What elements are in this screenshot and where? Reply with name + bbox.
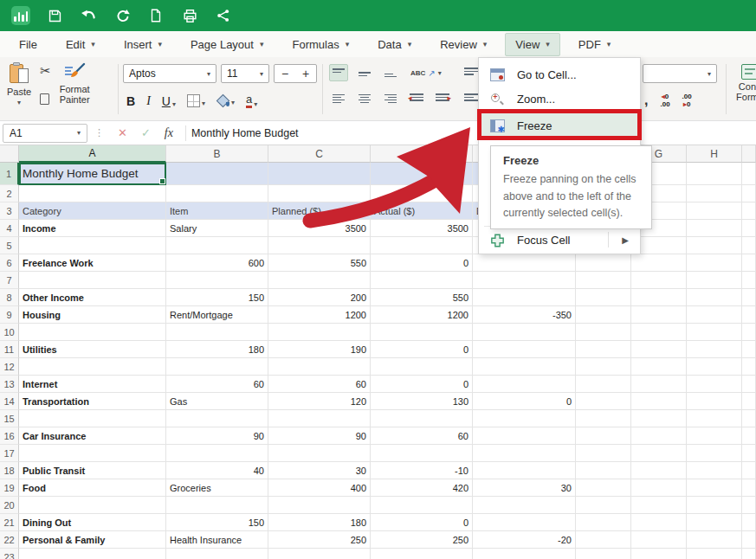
row-header-16[interactable]: 16 (0, 427, 19, 445)
decrease-decimal-button[interactable]: .00▸0 (682, 93, 692, 108)
cell-H12[interactable] (687, 358, 742, 376)
cell-H22[interactable] (687, 531, 742, 549)
cell-F6[interactable] (576, 254, 631, 272)
column-header-D[interactable]: D (371, 145, 473, 163)
cell-E19[interactable]: 30 (473, 479, 576, 497)
cell-E18[interactable] (473, 462, 576, 479)
cell-A23[interactable] (19, 549, 166, 559)
menu-review[interactable]: Review▾ (430, 33, 497, 56)
menu-formulas[interactable]: Formulas▾ (281, 33, 359, 56)
cell-G19[interactable] (631, 479, 687, 497)
cell-C13[interactable]: 60 (268, 376, 371, 393)
cell-C4[interactable]: 3500 (268, 220, 371, 237)
cell-B23[interactable] (166, 549, 268, 559)
row-header-4[interactable]: 4 (0, 220, 19, 237)
format-painter-button[interactable]: FormatPainter (60, 62, 90, 106)
cell-C12[interactable] (268, 358, 371, 376)
cell-C14[interactable]: 120 (268, 393, 371, 410)
cell-B4[interactable]: Salary (166, 220, 268, 237)
cell-C6[interactable]: 550 (268, 254, 371, 272)
menu-page-layout[interactable]: Page Layout▾ (180, 33, 275, 56)
cell-H19[interactable] (687, 479, 742, 497)
cell-F20[interactable] (576, 497, 631, 514)
cell-B14[interactable]: Gas (166, 393, 268, 410)
cell-B20[interactable] (166, 497, 268, 514)
cell-A14[interactable]: Transportation (19, 393, 166, 410)
cell-H6[interactable] (687, 254, 742, 272)
row-header-12[interactable]: 12 (0, 358, 19, 376)
decrease-indent-button[interactable]: ◂ (407, 90, 426, 107)
column-header-B[interactable]: B (166, 145, 268, 163)
cell-D3[interactable]: Actual ($) (371, 202, 473, 220)
cell-D20[interactable] (371, 497, 473, 514)
align-center-button[interactable] (355, 90, 374, 107)
cell-D15[interactable] (371, 410, 473, 427)
cell-D4[interactable]: 3500 (371, 220, 473, 237)
number-format-select[interactable]: ▾ (643, 64, 717, 83)
cell-E6[interactable] (473, 254, 576, 272)
cell-G23[interactable] (631, 549, 687, 559)
cell-E13[interactable] (473, 376, 576, 393)
menu-pdf[interactable]: PDF▾ (568, 33, 622, 56)
column-header-A[interactable]: A (19, 145, 166, 163)
row-header-22[interactable]: 22 (0, 531, 19, 549)
cell-E9[interactable]: -350 (473, 306, 576, 324)
cell-C2[interactable] (268, 185, 371, 202)
merge-cells-icon[interactable] (464, 92, 478, 101)
cell-B15[interactable] (166, 410, 268, 427)
cell-B21[interactable]: 150 (166, 514, 268, 531)
menu-file[interactable]: File (9, 33, 48, 56)
cell-A13[interactable]: Internet (19, 376, 166, 393)
cell-H13[interactable] (687, 376, 742, 393)
row-header-23[interactable]: 23 (0, 549, 19, 559)
cell-G22[interactable] (631, 531, 687, 549)
cell-A22[interactable]: Personal & Family (19, 531, 166, 549)
cell-C1[interactable] (268, 163, 371, 185)
cell-E11[interactable] (473, 341, 576, 358)
cell-C21[interactable]: 180 (268, 514, 371, 531)
align-bottom-button[interactable] (381, 64, 400, 81)
wrap-text-icon[interactable] (464, 66, 478, 75)
cell-C19[interactable]: 400 (268, 479, 371, 497)
cell-C23[interactable] (268, 549, 371, 559)
row-header-19[interactable]: 19 (0, 479, 19, 497)
cell-A6[interactable]: Freelance Work (19, 254, 166, 272)
menu-item-go-to-cell[interactable]: Go to Cell... (479, 62, 640, 87)
cell-B16[interactable]: 90 (166, 427, 268, 445)
cell-G15[interactable] (631, 410, 687, 427)
cell-H21[interactable] (687, 514, 742, 531)
cell-H5[interactable] (687, 237, 742, 254)
cell-E21[interactable] (473, 514, 576, 531)
cell-G18[interactable] (631, 462, 687, 479)
paste-button[interactable]: Paste ▾ (7, 62, 31, 106)
cell-G6[interactable] (631, 254, 687, 272)
cell-A7[interactable] (19, 272, 166, 289)
cell-H1[interactable] (687, 163, 742, 185)
row-header-14[interactable]: 14 (0, 393, 19, 410)
redo-icon[interactable] (112, 5, 132, 26)
cell-F13[interactable] (576, 376, 631, 393)
cell-B17[interactable] (166, 445, 268, 462)
cell-C15[interactable] (268, 410, 371, 427)
print-icon[interactable] (179, 5, 200, 26)
cell-G8[interactable] (631, 289, 687, 306)
cell-F12[interactable] (576, 358, 631, 376)
cell-A11[interactable]: Utilities (19, 341, 166, 358)
cell-H8[interactable] (687, 289, 742, 306)
cell-E20[interactable] (473, 497, 576, 514)
cell-E12[interactable] (473, 358, 576, 376)
save-icon[interactable] (44, 5, 65, 26)
fill-color-button[interactable]: ▾ (216, 95, 235, 106)
cell-A12[interactable] (19, 358, 166, 376)
new-file-icon[interactable] (145, 5, 166, 26)
menu-edit[interactable]: Edit▾ (55, 33, 106, 56)
cell-G21[interactable] (631, 514, 687, 531)
row-header-13[interactable]: 13 (0, 376, 19, 393)
cancel-icon[interactable]: ✕ (118, 126, 127, 139)
cell-H15[interactable] (687, 410, 742, 427)
cell-D8[interactable]: 550 (371, 289, 473, 306)
cell-F7[interactable] (576, 272, 631, 289)
cell-H23[interactable] (687, 549, 742, 559)
cell-F15[interactable] (576, 410, 631, 427)
cell-C10[interactable] (268, 324, 371, 341)
